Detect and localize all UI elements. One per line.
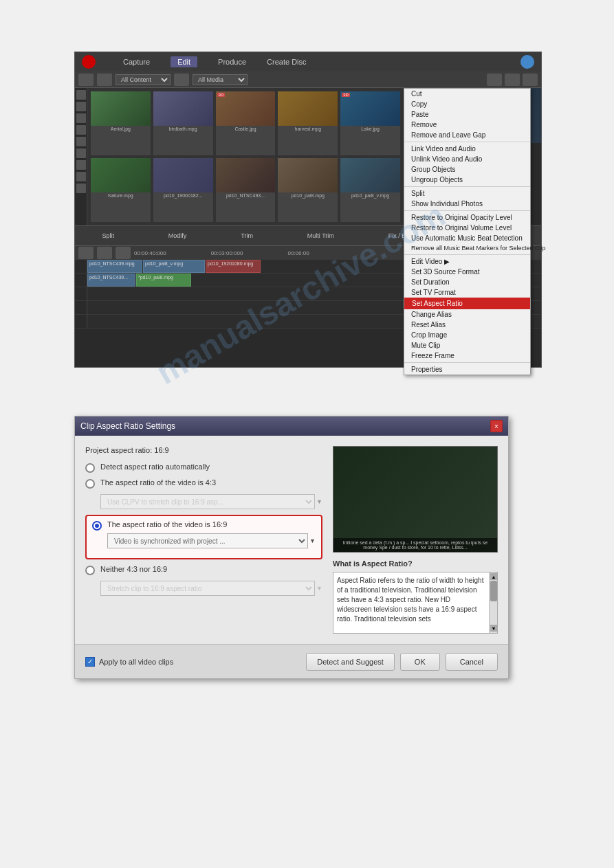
thumb-img-pd10c (278, 158, 338, 192)
ctx-change-alias[interactable]: Change Alias (404, 309, 530, 320)
media-thumb-pd10d[interactable]: pd10_pal8_v.mpg (340, 158, 400, 222)
ctx-paste[interactable]: Paste (404, 109, 530, 120)
ctx-mute-clip[interactable]: Mute Clip (404, 340, 530, 350)
btn-modify[interactable]: Modify (168, 232, 187, 239)
scroll-up-arrow[interactable]: ▲ (490, 573, 497, 580)
radio-option-neither[interactable]: Neither 4:3 nor 16:9 (85, 565, 322, 575)
ctx-copy[interactable]: Copy (404, 99, 530, 109)
media-thumb-lake[interactable]: 3D Lake.jpg (340, 91, 400, 155)
toolbar-view-icon-2[interactable] (505, 74, 520, 86)
ok-button[interactable]: OK (400, 653, 440, 671)
sidebar-icon-5[interactable] (76, 137, 86, 146)
scroll-thumb[interactable] (490, 581, 497, 601)
ctx-remove[interactable]: Remove (404, 120, 530, 130)
media-thumb-nature[interactable]: Nature.mpg (91, 158, 151, 222)
apply-all-checkbox[interactable]: ✓ (85, 657, 95, 667)
ctx-set-aspect-ratio[interactable]: Set Aspect Ratio (404, 298, 530, 309)
timeline-btn-3[interactable] (116, 247, 131, 259)
sub-select-16x9[interactable]: Video is synchronized with project ... (107, 533, 308, 548)
media-thumb-pd10b[interactable]: pd10_NTSC493... (216, 158, 276, 222)
ctx-crop-image[interactable]: Crop Image (404, 330, 530, 340)
ctx-remove-music[interactable]: Remove all Music Beat Markers for Select… (404, 243, 530, 253)
radio-option-16x9[interactable]: The aspect ratio of the video is 16:9 (92, 520, 316, 531)
clip-pd10-ntsc-2[interactable]: pd10_NTSC439... (87, 274, 135, 287)
btn-multi-trim[interactable]: Multi Trim (307, 232, 334, 239)
toolbar-view-icon-3[interactable] (523, 74, 538, 86)
sidebar-icon-7[interactable] (76, 160, 86, 170)
ctx-split[interactable]: Split (404, 188, 530, 199)
ctx-reset-alias[interactable]: Reset Alias (404, 320, 530, 330)
cancel-button[interactable]: Cancel (446, 653, 498, 671)
media-thumb-harvest[interactable]: harvest.mpg (278, 91, 338, 155)
ctx-ungroup[interactable]: Ungroup Objects (404, 175, 530, 185)
radio-option-auto[interactable]: Detect aspect ratio automatically (85, 463, 322, 473)
ctx-edit-video[interactable]: Edit Video (404, 256, 530, 267)
media-thumb-pd10a[interactable]: pd10_19000182... (153, 158, 213, 222)
thumb-img-pd10a (153, 158, 213, 192)
nav-bar: Capture Edit Produce Create Disc (75, 52, 541, 71)
sidebar-icon-9[interactable] (76, 183, 86, 193)
ctx-properties[interactable]: Properties (404, 364, 530, 375)
ctx-show-photos[interactable]: Show Individual Photos (404, 199, 530, 209)
ctx-freeze-frame[interactable]: Freeze Frame (404, 350, 530, 361)
nav-edit[interactable]: Edit (171, 56, 197, 67)
btn-trim[interactable]: Trim (241, 232, 253, 239)
ctx-unlink-video[interactable]: Unlink Video and Audio (404, 154, 530, 164)
clip-aspect-ratio-dialog: Clip Aspect Ratio Settings × Project asp… (74, 416, 509, 679)
radio-circle-4x3 (85, 479, 95, 489)
all-content-select[interactable]: All Content (116, 74, 171, 85)
thumb-label-birdbath: birdbath.mpg (169, 126, 197, 132)
nav-capture[interactable]: Capture (123, 58, 150, 66)
media-thumb-birdbath[interactable]: birdbath.mpg (153, 91, 213, 155)
ctx-set-tv[interactable]: Set TV Format (404, 287, 530, 298)
sidebar-icon-4[interactable] (76, 125, 86, 135)
clip-pd10-pal[interactable]: pd10_pal8_v.mpg (143, 260, 205, 273)
detect-suggest-button[interactable]: Detect and Suggest (306, 653, 395, 671)
dialog-close-button[interactable]: × (490, 420, 503, 432)
media-area: Aerial.jpg birdbath.mpg 3D Castle.jpg ha… (75, 88, 541, 225)
toolbar-icon-2[interactable] (97, 74, 112, 86)
aspect-info-text: Aspect Ratio refers to the ratio of widt… (337, 576, 484, 624)
thumb-img-pd10b (216, 158, 276, 192)
ctx-restore-volume[interactable]: Restore to Original Volume Level (404, 223, 530, 233)
clip-10dp[interactable]: *pd10_pal8.mpg (136, 274, 191, 287)
timeline-btn-1[interactable] (78, 247, 94, 259)
ctx-remove-leave-gap[interactable]: Remove and Leave Gap (404, 130, 530, 140)
timeline-btn-2[interactable] (97, 247, 112, 259)
thumb-img-castle: 3D (216, 91, 276, 126)
toolbar-view-icon-1[interactable] (487, 74, 502, 86)
ctx-group[interactable]: Group Objects (404, 164, 530, 175)
sidebar-icon-3[interactable] (76, 113, 86, 123)
ctx-set-3d[interactable]: Set 3D Source Format (404, 267, 530, 277)
ctx-restore-opacity[interactable]: Restore to Original Opacity Level (404, 212, 530, 223)
nav-produce[interactable]: Produce (218, 58, 246, 66)
ctx-cut[interactable]: Cut (404, 89, 530, 99)
scroll-bar[interactable]: ▲ ▼ (489, 572, 497, 633)
sidebar-icon-1[interactable] (76, 90, 86, 100)
sidebar-icon-8[interactable] (76, 172, 86, 181)
nav-create-disc[interactable]: Create Disc (267, 58, 306, 66)
thumb-label-aerial: Aerial.jpg (111, 126, 131, 132)
ctx-link-video[interactable]: Link Video and Audio (404, 144, 530, 154)
radio-option-4x3[interactable]: The aspect ratio of the video is 4:3 (85, 478, 322, 489)
clip-pd10-ntsc[interactable]: pd10_NTSC439.mpg (87, 260, 142, 273)
toolbar-icon-3[interactable] (174, 74, 189, 86)
clip-pd10-1920[interactable]: pd10_19201080.mpg (206, 260, 261, 273)
media-thumb-castle[interactable]: 3D Castle.jpg (216, 91, 276, 155)
ctx-auto-music[interactable]: Use Automatic Music Beat Detection (404, 233, 530, 243)
dropdown-arrow-16x9[interactable]: ▼ (309, 537, 316, 544)
radio-label-neither: Neither 4:3 nor 16:9 (100, 565, 167, 573)
sub-option-4x3: Use CLPV to stretch clip to 16:9 asp... … (100, 494, 322, 509)
all-media-select[interactable]: All Media (193, 74, 248, 85)
media-thumb-pd10c[interactable]: pd10_pal8.mpg (278, 158, 338, 222)
toolbar-icon-1[interactable] (78, 74, 94, 86)
scroll-down-arrow[interactable]: ▼ (490, 625, 497, 632)
ctx-divider-2 (404, 186, 530, 187)
ctx-set-duration[interactable]: Set Duration (404, 277, 530, 287)
sidebar-icon-6[interactable] (76, 148, 86, 158)
media-thumb-aerial[interactable]: Aerial.jpg (91, 91, 151, 155)
aspect-info-scroll[interactable]: Aspect Ratio refers to the ratio of widt… (333, 572, 498, 634)
apply-all-row[interactable]: ✓ Apply to all video clips (85, 657, 173, 667)
sidebar-icon-2[interactable] (76, 102, 86, 111)
btn-split[interactable]: Split (102, 232, 114, 239)
